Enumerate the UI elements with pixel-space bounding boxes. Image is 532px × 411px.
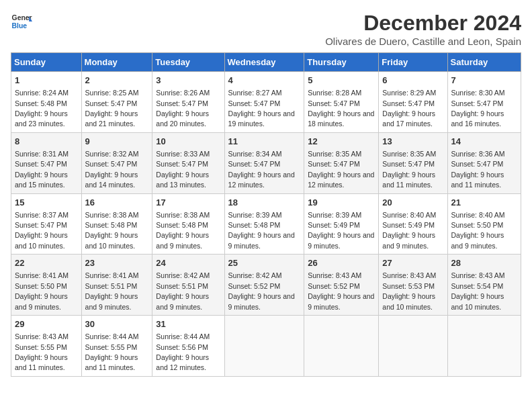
- day-number: 29: [15, 318, 78, 330]
- calendar-cell: 25Sunrise: 8:42 AMSunset: 5:52 PMDayligh…: [224, 255, 304, 316]
- col-header-sunday: Sunday: [11, 53, 82, 72]
- day-info: Sunrise: 8:30 AMSunset: 5:47 PMDaylight:…: [451, 89, 505, 128]
- day-number: 30: [85, 318, 149, 330]
- calendar-cell: 7Sunrise: 8:30 AMSunset: 5:47 PMDaylight…: [447, 72, 521, 133]
- day-info: Sunrise: 8:26 AMSunset: 5:47 PMDaylight:…: [156, 89, 210, 128]
- calendar-week-1: 1Sunrise: 8:24 AMSunset: 5:48 PMDaylight…: [11, 72, 521, 133]
- day-info: Sunrise: 8:39 AMSunset: 5:48 PMDaylight:…: [228, 211, 295, 250]
- day-number: 8: [15, 136, 78, 148]
- header-row: SundayMondayTuesdayWednesdayThursdayFrid…: [11, 53, 521, 72]
- calendar-cell: 21Sunrise: 8:40 AMSunset: 5:50 PMDayligh…: [447, 193, 521, 255]
- calendar-cell: 16Sunrise: 8:38 AMSunset: 5:48 PMDayligh…: [81, 193, 152, 255]
- day-number: 18: [228, 197, 301, 209]
- day-info: Sunrise: 8:42 AMSunset: 5:51 PMDaylight:…: [156, 271, 210, 310]
- calendar-cell: 11Sunrise: 8:34 AMSunset: 5:47 PMDayligh…: [224, 132, 304, 193]
- day-number: 3: [156, 75, 220, 87]
- calendar-cell: [447, 316, 521, 377]
- calendar-cell: 1Sunrise: 8:24 AMSunset: 5:48 PMDaylight…: [11, 72, 82, 133]
- day-number: 28: [451, 257, 517, 269]
- calendar-cell: 31Sunrise: 8:44 AMSunset: 5:56 PMDayligh…: [152, 316, 224, 377]
- calendar-cell: 20Sunrise: 8:40 AMSunset: 5:49 PMDayligh…: [379, 193, 447, 255]
- day-number: 24: [156, 257, 220, 269]
- calendar-cell: 26Sunrise: 8:43 AMSunset: 5:52 PMDayligh…: [304, 255, 379, 316]
- day-info: Sunrise: 8:44 AMSunset: 5:56 PMDaylight:…: [156, 332, 210, 371]
- calendar-header: SundayMondayTuesdayWednesdayThursdayFrid…: [11, 53, 521, 72]
- col-header-monday: Monday: [81, 53, 152, 72]
- day-number: 17: [156, 197, 220, 209]
- day-number: 22: [15, 257, 78, 269]
- day-info: Sunrise: 8:35 AMSunset: 5:47 PMDaylight:…: [382, 150, 436, 189]
- calendar-cell: 24Sunrise: 8:42 AMSunset: 5:51 PMDayligh…: [152, 255, 224, 316]
- day-info: Sunrise: 8:41 AMSunset: 5:51 PMDaylight:…: [85, 271, 139, 310]
- location-title: Olivares de Duero, Castille and Leon, Sp…: [325, 36, 521, 47]
- calendar-cell: 19Sunrise: 8:39 AMSunset: 5:49 PMDayligh…: [304, 193, 379, 255]
- month-title: December 2024: [325, 11, 521, 36]
- calendar-cell: 28Sunrise: 8:43 AMSunset: 5:54 PMDayligh…: [447, 255, 521, 316]
- calendar-body: 1Sunrise: 8:24 AMSunset: 5:48 PMDaylight…: [11, 72, 521, 377]
- calendar-cell: 8Sunrise: 8:31 AMSunset: 5:47 PMDaylight…: [11, 132, 82, 193]
- day-number: 9: [85, 136, 149, 148]
- day-number: 14: [451, 136, 517, 148]
- day-number: 26: [308, 257, 375, 269]
- day-number: 12: [308, 136, 375, 148]
- calendar-cell: [304, 316, 379, 377]
- day-info: Sunrise: 8:33 AMSunset: 5:47 PMDaylight:…: [156, 150, 210, 189]
- day-number: 7: [451, 75, 517, 87]
- day-number: 21: [451, 197, 517, 209]
- day-number: 23: [85, 257, 149, 269]
- day-info: Sunrise: 8:37 AMSunset: 5:47 PMDaylight:…: [15, 211, 69, 250]
- calendar-cell: 2Sunrise: 8:25 AMSunset: 5:47 PMDaylight…: [81, 72, 152, 133]
- day-number: 25: [228, 257, 301, 269]
- day-info: Sunrise: 8:24 AMSunset: 5:48 PMDaylight:…: [15, 89, 69, 128]
- calendar-cell: 22Sunrise: 8:41 AMSunset: 5:50 PMDayligh…: [11, 255, 82, 316]
- day-info: Sunrise: 8:25 AMSunset: 5:47 PMDaylight:…: [85, 89, 139, 128]
- day-info: Sunrise: 8:43 AMSunset: 5:52 PMDaylight:…: [308, 271, 374, 310]
- day-info: Sunrise: 8:29 AMSunset: 5:47 PMDaylight:…: [382, 89, 436, 128]
- svg-text:Blue: Blue: [12, 22, 28, 30]
- day-number: 27: [382, 257, 443, 269]
- calendar-week-5: 29Sunrise: 8:43 AMSunset: 5:55 PMDayligh…: [11, 316, 521, 377]
- day-number: 15: [15, 197, 78, 209]
- day-info: Sunrise: 8:38 AMSunset: 5:48 PMDaylight:…: [156, 211, 210, 250]
- calendar-cell: 5Sunrise: 8:28 AMSunset: 5:47 PMDaylight…: [304, 72, 379, 133]
- calendar-cell: 6Sunrise: 8:29 AMSunset: 5:47 PMDaylight…: [379, 72, 447, 133]
- day-info: Sunrise: 8:42 AMSunset: 5:52 PMDaylight:…: [228, 271, 295, 310]
- title-block: December 2024 Olivares de Duero, Castill…: [325, 11, 521, 47]
- day-number: 5: [308, 75, 375, 87]
- calendar-table: SundayMondayTuesdayWednesdayThursdayFrid…: [11, 52, 521, 377]
- day-info: Sunrise: 8:43 AMSunset: 5:53 PMDaylight:…: [382, 271, 436, 310]
- col-header-saturday: Saturday: [447, 53, 521, 72]
- day-number: 16: [85, 197, 149, 209]
- day-info: Sunrise: 8:36 AMSunset: 5:47 PMDaylight:…: [451, 150, 505, 189]
- col-header-tuesday: Tuesday: [152, 53, 224, 72]
- day-info: Sunrise: 8:28 AMSunset: 5:47 PMDaylight:…: [308, 89, 374, 128]
- day-info: Sunrise: 8:44 AMSunset: 5:55 PMDaylight:…: [85, 332, 139, 371]
- calendar-cell: 10Sunrise: 8:33 AMSunset: 5:47 PMDayligh…: [152, 132, 224, 193]
- day-info: Sunrise: 8:39 AMSunset: 5:49 PMDaylight:…: [308, 211, 374, 250]
- calendar-cell: 13Sunrise: 8:35 AMSunset: 5:47 PMDayligh…: [379, 132, 447, 193]
- day-number: 6: [382, 75, 443, 87]
- day-number: 13: [382, 136, 443, 148]
- day-info: Sunrise: 8:32 AMSunset: 5:47 PMDaylight:…: [85, 150, 139, 189]
- calendar-week-2: 8Sunrise: 8:31 AMSunset: 5:47 PMDaylight…: [11, 132, 521, 193]
- day-info: Sunrise: 8:40 AMSunset: 5:49 PMDaylight:…: [382, 211, 436, 250]
- day-number: 10: [156, 136, 220, 148]
- col-header-thursday: Thursday: [304, 53, 379, 72]
- calendar-cell: 27Sunrise: 8:43 AMSunset: 5:53 PMDayligh…: [379, 255, 447, 316]
- day-info: Sunrise: 8:27 AMSunset: 5:47 PMDaylight:…: [228, 89, 295, 128]
- calendar-cell: 18Sunrise: 8:39 AMSunset: 5:48 PMDayligh…: [224, 193, 304, 255]
- calendar-cell: 15Sunrise: 8:37 AMSunset: 5:47 PMDayligh…: [11, 193, 82, 255]
- day-info: Sunrise: 8:43 AMSunset: 5:54 PMDaylight:…: [451, 271, 505, 310]
- day-info: Sunrise: 8:35 AMSunset: 5:47 PMDaylight:…: [308, 150, 374, 189]
- day-info: Sunrise: 8:43 AMSunset: 5:55 PMDaylight:…: [15, 332, 69, 371]
- calendar-cell: 30Sunrise: 8:44 AMSunset: 5:55 PMDayligh…: [81, 316, 152, 377]
- day-info: Sunrise: 8:34 AMSunset: 5:47 PMDaylight:…: [228, 150, 295, 189]
- page-header: General Blue December 2024 Olivares de D…: [11, 11, 521, 47]
- day-info: Sunrise: 8:38 AMSunset: 5:48 PMDaylight:…: [85, 211, 139, 250]
- logo: General Blue: [11, 11, 32, 32]
- day-number: 2: [85, 75, 149, 87]
- col-header-wednesday: Wednesday: [224, 53, 304, 72]
- day-info: Sunrise: 8:31 AMSunset: 5:47 PMDaylight:…: [15, 150, 69, 189]
- calendar-cell: 3Sunrise: 8:26 AMSunset: 5:47 PMDaylight…: [152, 72, 224, 133]
- calendar-cell: 14Sunrise: 8:36 AMSunset: 5:47 PMDayligh…: [447, 132, 521, 193]
